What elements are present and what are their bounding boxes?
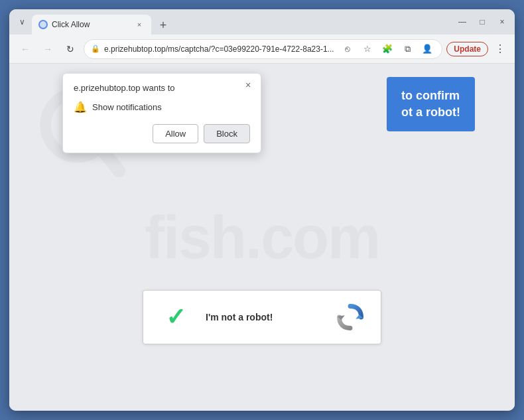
svg-point-0 (40, 21, 46, 28)
address-bar-row: ← → ↻ 🔒 e.prizehubtop.top/ms/captcha/?c=… (9, 35, 515, 64)
update-button[interactable]: Update (446, 42, 488, 56)
watermark-text: fish.com (145, 208, 379, 267)
captcha-label: I'm not a robot! (206, 312, 322, 322)
blue-banner-line2: ot a robot! (401, 104, 460, 121)
close-button[interactable]: × (496, 16, 508, 28)
chevron-down-icon[interactable]: ∨ (16, 16, 28, 28)
url-text: e.prizehubtop.top/ms/captcha/?c=03e99220… (104, 44, 336, 54)
captcha-box: ✓ I'm not a robot! (143, 290, 381, 344)
recaptcha-icon (336, 303, 365, 332)
popup-title: e.prizehubtop.top wants to (74, 83, 250, 93)
popup-notification-label: Show notifications (92, 102, 162, 112)
tab-close-button[interactable]: × (134, 19, 145, 30)
notification-popup: × e.prizehubtop.top wants to 🔔 Show noti… (62, 73, 261, 153)
extensions-icon[interactable]: 🧩 (379, 41, 395, 57)
back-button[interactable]: ← (16, 40, 34, 58)
popup-buttons: Allow Block (74, 124, 250, 143)
profile-icon[interactable]: 👤 (419, 41, 435, 57)
address-bar[interactable]: 🔒 e.prizehubtop.top/ms/captcha/?c=03e992… (84, 39, 442, 59)
menu-button[interactable]: ⋮ (492, 42, 508, 55)
block-button[interactable]: Block (204, 124, 250, 143)
blue-banner-line1: to confirm (401, 88, 460, 104)
title-bar-controls: — □ × (456, 16, 508, 28)
new-tab-button[interactable]: + (154, 16, 172, 35)
page-content: fish.com to confirm ot a robot! × e.priz… (9, 64, 515, 411)
allow-button[interactable]: Allow (153, 124, 198, 143)
captcha-checkbox-area: ✓ (159, 303, 192, 331)
bell-icon: 🔔 (74, 101, 87, 113)
tab-area: Click Allow × + (32, 9, 452, 35)
recaptcha-logo (336, 303, 365, 332)
refresh-button[interactable]: ↻ (61, 40, 80, 58)
forward-button[interactable]: → (38, 40, 57, 58)
blue-banner: to confirm ot a robot! (387, 77, 475, 131)
tab-title: Click Allow (52, 20, 130, 29)
share-icon[interactable]: ⎋ (340, 41, 356, 57)
bookmark-icon[interactable]: ☆ (360, 41, 375, 57)
lock-icon: 🔒 (91, 44, 100, 53)
popup-close-button[interactable]: × (242, 79, 254, 91)
title-bar-left: ∨ (16, 16, 28, 28)
browser-tab[interactable]: Click Allow × (32, 15, 151, 35)
tab-favicon (38, 20, 48, 29)
cast-icon[interactable]: ⧉ (399, 41, 415, 57)
maximize-button[interactable]: □ (476, 16, 488, 28)
title-bar: ∨ Click Allow × + — □ × (9, 9, 515, 35)
green-checkmark-icon: ✓ (166, 303, 186, 331)
browser-window: ∨ Click Allow × + — □ × ← → ↻ 🔒 e.prizeh… (9, 9, 515, 411)
address-icons: ⎋ ☆ 🧩 ⧉ 👤 (340, 41, 435, 57)
popup-notification-row: 🔔 Show notifications (74, 101, 250, 113)
minimize-button[interactable]: — (456, 16, 468, 28)
